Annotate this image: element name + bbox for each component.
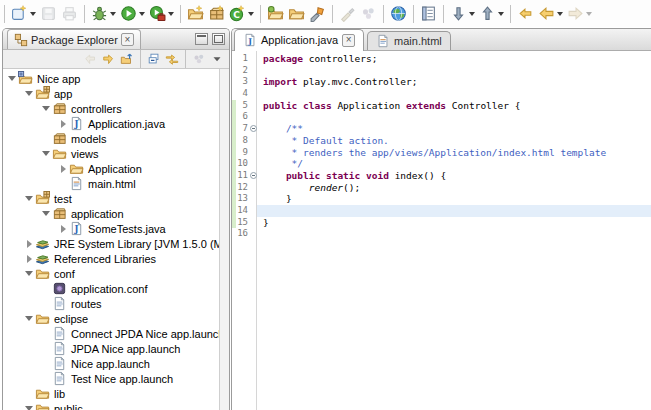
tab-close-icon[interactable] [342,34,355,47]
tree-item-nice-app[interactable]: Nice app [3,71,229,86]
up-button[interactable] [118,51,136,67]
new-java-project-button[interactable] [185,3,206,25]
last-edit-location-button[interactable] [515,3,536,25]
open-web-browser-button[interactable] [388,3,409,25]
code-line-12[interactable]: 12 render(); [232,182,651,194]
new-button[interactable] [9,3,38,25]
maximize-icon[interactable] [212,33,225,45]
tree-item-jpda-nice-app-launch[interactable]: JPDA Nice app.launch [3,341,229,356]
fold-collapse-icon[interactable] [249,170,257,182]
tree-item-conf[interactable]: conf [3,266,229,281]
debug-button[interactable] [89,3,118,25]
back-button[interactable] [536,3,565,25]
fold-collapse-icon[interactable] [249,123,257,135]
show-tasks-button[interactable] [418,3,439,25]
tree-item-label: Nice app [37,73,80,85]
collapse-all-button[interactable] [145,51,163,67]
tree-item-main-html[interactable]: main.html [3,176,229,191]
tree-item-views[interactable]: views [3,146,229,161]
tree-item-lib[interactable]: lib [3,386,229,401]
tree-item-routes[interactable]: routes [3,296,229,311]
tree-item-models[interactable]: models [3,131,229,146]
search-button[interactable] [307,3,328,25]
run-button[interactable] [118,3,147,25]
tree-item-test-nice-app-launch[interactable]: Test Nice app.launch [3,371,229,386]
tree-item-public[interactable]: public [3,401,229,410]
new-package-button[interactable] [206,3,227,25]
code-line-15[interactable]: 15} [232,217,651,229]
launch-file-icon [52,326,67,341]
package-explorer-view-tab[interactable]: Package Explorer [7,29,141,49]
next-annotation-dropdown-arrow-icon[interactable] [469,12,475,16]
code-line-14[interactable]: 14 [232,205,651,217]
line-number: 11 [236,170,249,182]
code-line-11[interactable]: 11 public static void index() { [232,170,651,182]
tree-item-referenced-libraries[interactable]: Referenced Libraries [3,251,229,266]
code-line-2[interactable]: 2 [232,65,651,77]
expand-arrow-icon[interactable] [24,91,34,96]
external-tools-button[interactable] [147,3,176,25]
new-class-button[interactable]: C [227,3,256,25]
code-editor[interactable]: 1package controllers;23import play.mvc.C… [232,51,651,410]
code-line-1[interactable]: 1package controllers; [232,53,651,65]
code-line-13[interactable]: 13 } [232,193,651,205]
tree-item-nice-app-launch[interactable]: Nice app.launch [3,356,229,371]
code-token: index() { [389,170,446,182]
collapse-arrow-icon[interactable] [58,165,68,173]
debug-dropdown-arrow-icon[interactable] [110,12,116,16]
collapse-arrow-icon[interactable] [24,240,34,248]
code-line-16[interactable]: 16 [232,228,651,240]
tree-item-app[interactable]: app [3,86,229,101]
expand-arrow-icon[interactable] [7,76,17,81]
tree-item-application-java[interactable]: JApplication.java [3,116,229,131]
close-view-icon[interactable] [121,33,134,46]
code-line-9[interactable]: 9 * renders the app/views/Application/in… [232,147,651,159]
expand-arrow-icon[interactable] [41,151,51,156]
open-type-button[interactable] [265,3,286,25]
code-line-3[interactable]: 3import play.mvc.Controller; [232,76,651,88]
tab-application-java[interactable]: JApplication.java [234,29,364,51]
collapse-arrow-icon[interactable] [58,120,68,128]
expand-arrow-icon[interactable] [24,196,34,201]
previous-annotation-button[interactable] [477,3,506,25]
tree-item-application-conf[interactable]: application.conf [3,281,229,296]
expand-arrow-icon[interactable] [24,406,34,410]
code-line-7[interactable]: 7 /** [232,123,651,135]
tree-item-connect-jpda-nice-app-launch[interactable]: Connect JPDA Nice app.launch [3,326,229,341]
tree-item-sometests-java[interactable]: JSomeTests.java [3,221,229,236]
back-dropdown-arrow-icon[interactable] [557,12,563,16]
code-line-4[interactable]: 4 [232,88,651,100]
code-line-10[interactable]: 10 */ [232,158,651,170]
tree-item-application[interactable]: Application [3,161,229,176]
forward-button[interactable] [100,51,118,67]
minimize-icon[interactable] [195,33,208,45]
code-line-5[interactable]: 5public class Application extends Contro… [232,100,651,112]
code-line-8[interactable]: 8 * Default action. [232,135,651,147]
tree-item-controllers[interactable]: controllers [3,101,229,116]
link-with-editor-button[interactable] [163,51,181,67]
tab-main-html[interactable]: main.html [367,31,451,50]
expand-arrow-icon[interactable] [41,211,51,216]
next-annotation-button[interactable] [448,3,477,25]
tree-item-label: main.html [88,178,136,190]
tree-item-jre-system-library-jvm-1-5-0-mac[interactable]: JRE System Library [JVM 1.5.0 (Mac [3,236,229,251]
run-dropdown-arrow-icon[interactable] [139,12,145,16]
view-menu-button[interactable] [208,51,226,67]
open-resource-button[interactable] [286,3,307,25]
collapse-arrow-icon[interactable] [58,225,68,233]
previous-annotation-dropdown-arrow-icon[interactable] [498,12,504,16]
tree-item-test[interactable]: test [3,191,229,206]
tree-item-application[interactable]: application [3,206,229,221]
new-class-dropdown-arrow-icon[interactable] [248,12,254,16]
tree-item-eclipse[interactable]: eclipse [3,311,229,326]
external-tools-dropdown-arrow-icon[interactable] [168,12,174,16]
code-line-6[interactable]: 6 [232,111,651,123]
expand-arrow-icon[interactable] [24,271,34,276]
expand-arrow-icon[interactable] [41,106,51,111]
new-dropdown-arrow-icon[interactable] [30,12,36,16]
collapse-arrow-icon[interactable] [24,255,34,263]
code-text [257,205,651,217]
expand-arrow-icon[interactable] [24,316,34,321]
tree-scrollbar[interactable] [219,69,229,410]
toolbar-separator [185,50,186,68]
